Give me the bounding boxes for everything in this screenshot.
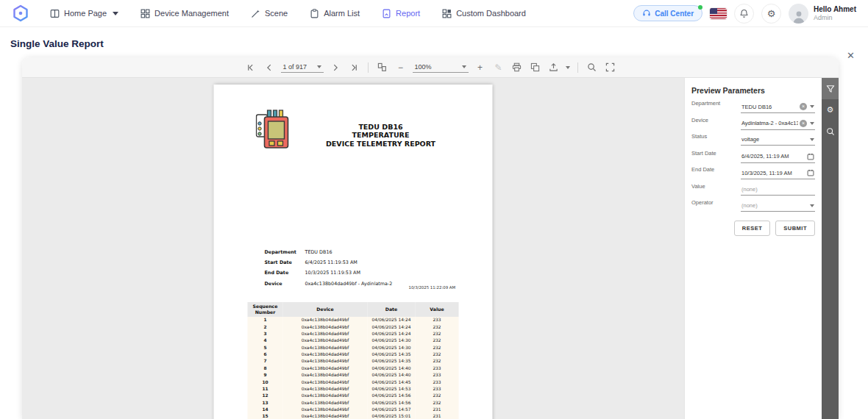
preview-parameters-panel: Preview Parameters Department TEDU DB16 … — [684, 78, 822, 419]
last-page-button[interactable] — [347, 61, 360, 74]
edit-button[interactable]: ✎ — [492, 61, 505, 74]
end-date-input[interactable]: 10/3/2025, 11:19 AM — [741, 166, 815, 179]
language-flag-icon[interactable] — [710, 8, 727, 19]
search-tool[interactable] — [822, 121, 839, 142]
meta-label: Start Date — [265, 259, 305, 265]
export-settings-tool[interactable]: ⚙ — [822, 99, 839, 121]
dashboard-icon — [442, 9, 452, 18]
calendar-icon[interactable] — [807, 169, 814, 176]
table-cell: 232 — [416, 337, 459, 344]
end-date-field: End Date 10/3/2025, 11:19 AM — [691, 166, 815, 179]
telemetry-table: Sequence Number Device Date Value 10xa4c… — [248, 302, 459, 419]
report-generated-timestamp: 10/3/2025 11:22:09 AM — [409, 285, 458, 290]
value-input[interactable]: (none) — [741, 183, 815, 196]
clear-icon[interactable]: × — [800, 103, 807, 110]
table-cell: 1 — [248, 317, 283, 323]
zoom-level-dropdown[interactable]: 100% — [413, 62, 469, 73]
field-label: Operator — [691, 199, 714, 206]
meta-label: Department — [265, 249, 305, 255]
table-row: 140xa4c138b04dad49bf04/06/2025 14:57231 — [248, 406, 459, 412]
user-menu[interactable]: Hello Ahmet Admin — [789, 4, 856, 24]
start-date-input[interactable]: 6/4/2025, 11:19 AM — [741, 150, 815, 163]
bell-icon — [739, 9, 749, 18]
nav-item-custom-dashboard[interactable]: Custom Dashboard — [442, 9, 526, 18]
notifications-button[interactable] — [734, 4, 754, 24]
field-value: 10/3/2025, 11:19 AM — [741, 170, 807, 176]
avatar — [789, 4, 808, 24]
chevron-down-icon — [113, 12, 118, 15]
first-page-button[interactable] — [244, 61, 257, 74]
nav-item-report[interactable]: Report — [382, 9, 420, 18]
field-label: End Date — [691, 166, 714, 173]
department-select[interactable]: TEDU DB16 × — [741, 100, 815, 113]
table-cell: 6 — [248, 351, 283, 357]
table-cell: 0xa4c138b04dad49bf — [283, 344, 368, 351]
table-cell: 10 — [248, 379, 283, 385]
topbar-right-group: Call Center ⚙ Hello Ahmet Admin — [633, 4, 856, 24]
app-logo-icon[interactable] — [12, 4, 29, 22]
print-button[interactable] — [511, 61, 524, 74]
field-value: 6/4/2025, 11:19 AM — [741, 153, 807, 160]
table-row: 20xa4c138b04dad49bf04/06/2025 14:24232 — [248, 323, 459, 330]
submit-button[interactable]: SUBMIT — [775, 221, 815, 236]
table-cell: 0xa4c138b04dad49bf — [283, 393, 368, 399]
export-options-caret[interactable] — [566, 66, 570, 69]
table-header-row: Sequence Number Device Date Value — [248, 302, 459, 317]
field-value: Aydinlatma-2 - 0xa4c138... — [741, 120, 798, 126]
zoom-out-button[interactable]: − — [394, 61, 408, 74]
nav-item-scene[interactable]: Scene — [251, 9, 288, 18]
print-current-page-button[interactable] — [529, 61, 542, 74]
field-label: Value — [691, 183, 705, 190]
table-cell: 233 — [416, 379, 459, 385]
column-header-device: Device — [283, 302, 368, 317]
search-button[interactable] — [586, 61, 599, 74]
operator-select[interactable]: (none) — [741, 199, 815, 212]
filter-parameters-tool[interactable] — [822, 78, 839, 99]
close-icon[interactable]: ✕ — [844, 49, 858, 62]
table-row: 60xa4c138b04dad49bf04/06/2025 14:35232 — [248, 351, 459, 357]
viewer-body: TEDU DB16 TEMPERATURE DEVICE TELEMETRY R… — [22, 78, 839, 419]
report-title-line2: TEMPERATURE — [290, 131, 472, 139]
nav-label: Alarm List — [324, 9, 360, 18]
page-indicator-dropdown[interactable]: 1 of 917 — [281, 62, 324, 73]
filter-icon — [826, 85, 835, 93]
report-title-line3: DEVICE TELEMETRY REPORT — [290, 140, 472, 148]
clear-icon[interactable]: × — [800, 120, 807, 127]
table-cell: 04/06/2025 14:56 — [368, 399, 416, 406]
export-button[interactable] — [547, 61, 561, 74]
calendar-icon[interactable] — [807, 153, 814, 160]
table-cell: 232 — [416, 393, 459, 399]
zoom-in-button[interactable]: + — [474, 61, 487, 74]
chevron-down-icon — [810, 204, 814, 207]
nav-label: Scene — [265, 9, 288, 18]
table-cell: 3 — [248, 330, 283, 337]
call-center-button[interactable]: Call Center — [633, 5, 702, 21]
table-cell: 13 — [248, 399, 283, 406]
chevron-down-icon — [462, 65, 466, 68]
meta-value: TEDU DB16 — [305, 249, 332, 255]
right-tool-rail: ⚙ — [822, 78, 839, 419]
table-cell: 0xa4c138b04dad49bf — [283, 351, 368, 357]
fullscreen-button[interactable] — [604, 61, 617, 74]
table-cell: 0xa4c138b04dad49bf — [283, 385, 368, 392]
pdf-viewport[interactable]: TEDU DB16 TEMPERATURE DEVICE TELEMETRY R… — [22, 78, 684, 419]
previous-page-button[interactable] — [263, 61, 276, 74]
nav-item-alarm-list[interactable]: Alarm List — [310, 9, 360, 18]
device-select[interactable]: Aydinlatma-2 - 0xa4c138... × — [741, 117, 815, 130]
table-cell: 232 — [416, 351, 459, 357]
table-cell: 233 — [416, 372, 459, 379]
status-select[interactable]: voltage — [741, 133, 815, 146]
table-cell: 15 — [248, 413, 283, 419]
table-cell: 0xa4c138b04dad49bf — [283, 365, 368, 371]
page-title: Single Value Report — [10, 38, 104, 49]
nav-item-device-management[interactable]: Device Management — [140, 9, 229, 18]
table-cell: 231 — [416, 406, 459, 412]
next-page-button[interactable] — [329, 61, 342, 74]
nav-item-home-page[interactable]: Home Page — [50, 9, 118, 18]
reset-button[interactable]: RESET — [734, 221, 771, 236]
table-cell: 04/06/2025 14:30 — [368, 337, 416, 344]
settings-button[interactable]: ⚙ — [761, 4, 781, 24]
document-icon — [382, 9, 391, 18]
value-field: Value (none) — [691, 183, 815, 196]
page-layout-button[interactable] — [376, 61, 389, 74]
